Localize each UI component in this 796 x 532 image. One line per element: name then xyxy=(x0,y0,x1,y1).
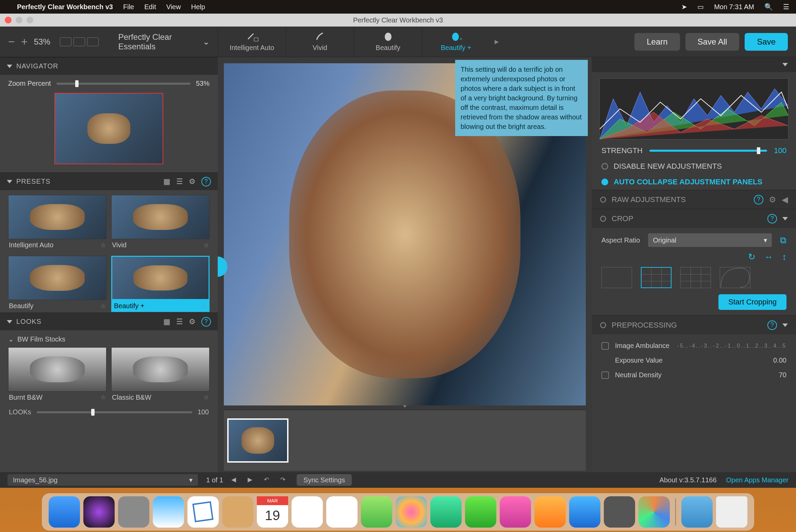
dock-finder-icon[interactable] xyxy=(49,496,80,528)
gear-icon[interactable]: ⚙ xyxy=(189,317,196,326)
dock-trash-icon[interactable] xyxy=(716,496,747,528)
list-view-icon[interactable]: ☰ xyxy=(176,177,183,186)
menu-view[interactable]: View xyxy=(166,3,181,11)
layout-dual-icon[interactable] xyxy=(87,37,99,46)
looks-slider[interactable] xyxy=(37,411,192,413)
menu-file[interactable]: File xyxy=(123,3,134,11)
dock-messages-icon[interactable] xyxy=(430,496,462,528)
top-collapse[interactable] xyxy=(592,57,796,72)
dock-maps-icon[interactable] xyxy=(361,496,392,528)
navigator-thumbnail[interactable] xyxy=(54,93,163,164)
preset-beautify-plus[interactable]: Beautify +☆ xyxy=(111,256,210,312)
look-classic-bw[interactable]: Classic B&W☆ xyxy=(111,347,210,403)
mode-beautify[interactable]: Beautify xyxy=(354,27,422,57)
menubar-clock[interactable]: Mon 7:31 AM xyxy=(714,3,754,11)
preset-beautify[interactable]: Beautify☆ xyxy=(8,256,106,312)
crop-overlay-thirds[interactable] xyxy=(680,267,711,288)
navigator-zoom-slider[interactable] xyxy=(56,83,190,85)
mode-beautify-plus[interactable]: + Beautify + xyxy=(422,27,490,57)
dock-mail-icon[interactable] xyxy=(187,496,219,528)
crop-header[interactable]: CROP ? xyxy=(592,209,796,228)
crop-overlay-none[interactable] xyxy=(601,267,632,288)
star-icon[interactable]: ☆ xyxy=(203,394,209,401)
help-icon[interactable]: ? xyxy=(201,177,211,186)
dock-facetime-icon[interactable] xyxy=(465,496,496,528)
dock-siri-icon[interactable] xyxy=(83,496,115,528)
looks-category[interactable]: ⌄ BW Film Stocks xyxy=(8,335,210,343)
dock-ibooks-icon[interactable] xyxy=(534,496,566,528)
crop-overlay-golden[interactable] xyxy=(720,267,750,288)
open-apps-manager-link[interactable]: Open Apps Manager xyxy=(726,476,789,484)
dock-downloads-icon[interactable] xyxy=(681,496,713,528)
preset-vivid[interactable]: Vivid☆ xyxy=(111,195,210,251)
dock-photos-icon[interactable] xyxy=(396,496,427,528)
mode-vivid[interactable]: Vivid xyxy=(286,27,354,57)
dock-notes-icon[interactable] xyxy=(326,496,358,528)
zoom-window-button[interactable] xyxy=(27,17,33,23)
menu-list-icon[interactable]: ☰ xyxy=(783,3,789,11)
disable-adjustments-toggle[interactable]: DISABLE NEW ADJUSTMENTS xyxy=(592,159,796,174)
dock-launchpad-icon[interactable] xyxy=(118,496,149,528)
menu-help[interactable]: Help xyxy=(191,3,205,11)
navigator-panel-header[interactable]: NAVIGATOR xyxy=(0,57,218,75)
auto-collapse-toggle[interactable]: AUTO COLLAPSE ADJUSTMENT PANELS xyxy=(592,174,796,190)
look-burnt-bw[interactable]: Burnt B&W☆ xyxy=(8,347,106,403)
gear-icon[interactable]: ⚙ xyxy=(189,177,196,186)
rotate-icon[interactable]: ↻ xyxy=(748,252,756,262)
zoom-out-button[interactable]: − xyxy=(8,35,15,48)
neutral-density-checkbox[interactable] xyxy=(601,371,609,379)
save-button[interactable]: Save xyxy=(745,33,788,51)
star-icon[interactable]: ☆ xyxy=(100,394,106,401)
gear-icon[interactable]: ⚙ xyxy=(769,195,776,204)
filename-dropdown[interactable]: Images_56.jpg ▾ xyxy=(7,474,198,486)
mode-scroll-right[interactable]: ▶ xyxy=(490,27,503,57)
dock-calendar-icon[interactable]: MAR19 xyxy=(257,496,288,528)
preset-intelligent-auto[interactable]: Intelligent Auto☆ xyxy=(8,195,106,251)
learn-button[interactable]: Learn xyxy=(634,33,680,51)
crop-tool-icon[interactable]: ⧉ xyxy=(780,235,786,246)
list-view-icon[interactable]: ☰ xyxy=(176,317,183,326)
star-icon[interactable]: ☆ xyxy=(100,302,106,310)
essentials-dropdown[interactable]: Perfectly Clear Essentials ⌄ xyxy=(118,32,210,51)
app-menu-name[interactable]: Perfectly Clear Workbench v3 xyxy=(17,3,113,11)
star-icon[interactable]: ☆ xyxy=(100,242,106,249)
preprocessing-header[interactable]: PREPROCESSING ? xyxy=(592,315,796,334)
image-ambulance-checkbox[interactable] xyxy=(601,342,609,350)
sync-settings-button[interactable]: Sync Settings xyxy=(297,474,352,486)
spotlight-icon[interactable]: 🔍 xyxy=(764,3,773,11)
close-window-button[interactable] xyxy=(5,17,12,23)
help-icon[interactable]: ? xyxy=(767,214,777,223)
help-icon[interactable]: ? xyxy=(754,195,763,204)
star-icon[interactable]: ☆ xyxy=(203,242,209,249)
raw-adjustments-header[interactable]: RAW ADJUSTMENTS ?⚙◀ xyxy=(592,190,796,209)
minimize-window-button[interactable] xyxy=(16,17,22,23)
dock-settings-icon[interactable] xyxy=(604,496,635,528)
display-icon[interactable]: ▭ xyxy=(697,3,704,11)
dock-contacts-icon[interactable] xyxy=(222,496,253,528)
crop-overlay-grid[interactable] xyxy=(641,267,671,288)
layout-split-icon[interactable] xyxy=(73,37,85,46)
dock-appstore-icon[interactable] xyxy=(569,496,600,528)
next-image-button[interactable]: ▶ xyxy=(248,476,256,484)
prev-image-button[interactable]: ◀ xyxy=(231,476,239,484)
layout-single-icon[interactable] xyxy=(60,37,71,46)
dock-safari-icon[interactable] xyxy=(153,496,184,528)
dock-itunes-icon[interactable] xyxy=(500,496,531,528)
dock-reminders-icon[interactable] xyxy=(292,496,323,528)
flip-vertical-icon[interactable]: ↕ xyxy=(782,252,786,262)
star-icon[interactable]: ☆ xyxy=(201,302,207,310)
help-icon[interactable]: ? xyxy=(201,317,211,327)
looks-panel-header[interactable]: LOOKS ▦ ☰ ⚙ ? xyxy=(0,313,218,330)
zoom-in-button[interactable]: + xyxy=(21,35,28,48)
flip-horizontal-icon[interactable]: ↔ xyxy=(764,252,773,262)
grid-view-icon[interactable]: ▦ xyxy=(163,317,171,326)
redo-button[interactable]: ↷ xyxy=(280,476,288,484)
undo-button[interactable]: ↶ xyxy=(264,476,272,484)
save-all-button[interactable]: Save All xyxy=(685,33,740,51)
grid-view-icon[interactable]: ▦ xyxy=(163,177,171,186)
presets-panel-header[interactable]: PRESETS ▦ ☰ ⚙ ? xyxy=(0,172,218,190)
start-cropping-button[interactable]: Start Cropping xyxy=(718,294,786,310)
help-icon[interactable]: ? xyxy=(767,320,777,330)
mode-intelligent-auto[interactable]: Intelligent Auto xyxy=(218,27,286,57)
filmstrip-thumb[interactable] xyxy=(227,418,288,463)
